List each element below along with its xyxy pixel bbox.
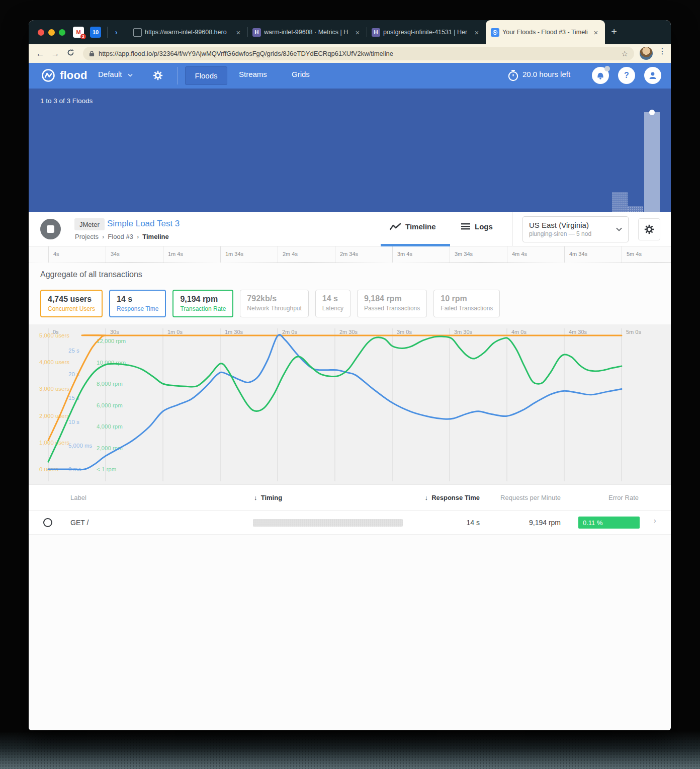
test-title-link[interactable]: Simple Load Test 3 (107, 219, 180, 229)
account-button[interactable] (644, 67, 661, 84)
ruler-tick: 4s (48, 246, 106, 263)
metric-label: Passed Transactions (364, 305, 420, 312)
nav-item-grids[interactable]: Grids (292, 70, 310, 78)
ruler-tick: 2m 34s (335, 246, 392, 263)
reload-button[interactable] (63, 49, 78, 59)
flood-mini-bar[interactable] (644, 112, 660, 212)
nav-item-streams[interactable]: Streams (239, 70, 267, 78)
chart-y-tick-rate: 4,000 rpm (97, 423, 123, 430)
column-response-time[interactable]: ↓ Response Time (424, 494, 480, 501)
browser-tab[interactable]: Hpostgresql-infinite-41531 | Her× (367, 20, 486, 44)
metric-card-passed-transactions[interactable]: 9,184 rpmPassed Transactions (357, 290, 427, 317)
metric-card-network-throughput[interactable]: 792kb/sNetwork Throughput (240, 290, 309, 317)
notifications-button[interactable] (592, 67, 609, 84)
extension-arrow-icon[interactable]: › (111, 27, 122, 38)
column-rpm[interactable]: Requests per Minute (500, 494, 561, 501)
ruler-tick: 34s (106, 246, 163, 263)
hours-left-label: 20.0 hours left (522, 70, 570, 78)
ruler-tick: 3m 34s (450, 246, 507, 263)
gmail-pinned-icon[interactable]: M2 (73, 27, 84, 38)
sort-arrow-icon: ↓ (424, 494, 428, 501)
breadcrumb-separator: › (99, 233, 108, 240)
browser-tab[interactable]: Your Floods - Flood #3 - Timeli× (486, 20, 605, 44)
tool-badge: JMeter (74, 218, 105, 230)
timeline-chart[interactable]: 0s30s1m 0s1m 30s2m 0s2m 30s3m 0s3m 30s4m… (29, 324, 671, 484)
metric-cards: 4,745 usersConcurrent Users14 sResponse … (40, 290, 500, 317)
flood-mini-bar[interactable] (628, 206, 643, 212)
timeline-chart-icon (390, 223, 401, 230)
metric-label: Latency (322, 305, 343, 312)
row-radio-button[interactable] (43, 518, 52, 527)
forward-button[interactable]: → (48, 49, 63, 59)
row-response-time: 14 s (467, 519, 480, 527)
tab-timeline[interactable]: Timeline (390, 222, 436, 231)
notification-dot (604, 66, 610, 71)
browser-window: M2 10 › https://warm-inlet-99608.hero×Hw… (29, 20, 671, 730)
grid-settings-button[interactable] (638, 218, 660, 240)
metric-card-transaction-rate[interactable]: 9,194 rpmTransaction Rate (172, 290, 233, 317)
column-error-rate[interactable]: Error Rate (608, 494, 639, 501)
window-close-button[interactable] (38, 29, 44, 36)
region-name: US East (Virginia) (529, 221, 622, 229)
tab-close-icon[interactable]: × (592, 28, 600, 37)
metric-card-response-time[interactable]: 14 sResponse Time (109, 290, 166, 317)
workspace-settings-gear-icon[interactable] (153, 70, 163, 82)
stopwatch-icon (507, 69, 519, 83)
metric-value: 14 s (117, 295, 158, 304)
column-label[interactable]: Label (70, 494, 86, 501)
heroku-icon: H (252, 28, 261, 37)
browser-menu-icon[interactable]: ⋮ (658, 46, 666, 56)
stop-flood-button[interactable] (40, 219, 61, 239)
bookmark-star-icon[interactable]: ☆ (622, 49, 628, 58)
content-below (29, 535, 671, 730)
flood-logo[interactable]: flood (41, 68, 88, 83)
chart-x-tick-label: 3m 0s (397, 329, 412, 335)
tab-close-icon[interactable]: × (234, 28, 242, 37)
test-header: JMeter Simple Load Test 3 Projects›Flood… (29, 212, 671, 246)
chart-x-tick-label: 2m 30s (339, 329, 358, 335)
breadcrumb-flood[interactable]: Flood #3 (108, 233, 133, 240)
help-button[interactable]: ? (618, 67, 635, 84)
metric-card-failed-transactions[interactable]: 10 rpmFailed Transactions (433, 290, 500, 317)
tab-close-icon[interactable]: × (473, 28, 481, 37)
address-bar[interactable]: https://app.flood.io/p/32364/f/wY9AjwMQV… (83, 47, 634, 60)
tab-close-icon[interactable]: × (354, 28, 362, 37)
transaction-row[interactable]: GET / 14 s 9,194 rpm 0.11 % › (29, 510, 671, 535)
chart-y-tick-response: 25 s (68, 348, 79, 354)
calendar-pinned-icon[interactable]: 10 (90, 27, 101, 38)
metric-value: 9,184 rpm (364, 294, 420, 303)
browser-tab[interactable]: Hwarm-inlet-99608 · Metrics | H× (247, 20, 367, 44)
metric-card-latency[interactable]: 14 sLatency (315, 290, 351, 317)
metric-value: 14 s (322, 294, 343, 303)
ruler-tick: 2m 4s (278, 246, 335, 263)
back-button[interactable]: ← (33, 49, 48, 59)
profile-avatar[interactable] (640, 47, 653, 60)
ruler-tick: 1m 4s (163, 246, 220, 263)
chart-x-tick-label: 1m 0s (167, 329, 183, 335)
url-text[interactable]: https://app.flood.io/p/32364/f/wY9AjwMQV… (99, 50, 622, 57)
tab-logs[interactable]: Logs (461, 222, 493, 231)
flood-mini-bar[interactable] (612, 192, 628, 212)
metric-value: 9,194 rpm (180, 295, 226, 304)
column-timing[interactable]: ↓ Timing (254, 494, 282, 501)
chart-y-tick-response: 5,000 ms (68, 443, 93, 449)
window-minimize-button[interactable] (48, 29, 55, 36)
metric-label: Failed Transactions (441, 305, 493, 312)
flood-marker-dot[interactable] (649, 110, 655, 115)
nav-item-floods[interactable]: Floods (185, 66, 227, 85)
chevron-down-icon (616, 227, 622, 231)
timeline-chart-svg: 0s30s1m 0s1m 30s2m 0s2m 30s3m 0s3m 30s4m… (29, 324, 671, 484)
breadcrumb-projects[interactable]: Projects (75, 233, 99, 240)
workspace-selector[interactable]: Default (98, 70, 133, 78)
browser-tab[interactable]: https://warm-inlet-99608.hero× (128, 20, 247, 44)
desktop-background (0, 731, 700, 769)
new-tab-button[interactable]: + (608, 26, 620, 38)
window-zoom-button[interactable] (59, 29, 65, 36)
row-chevron-icon[interactable]: › (654, 517, 656, 525)
chart-y-tick-users: 2,000 users (39, 413, 69, 419)
metric-card-concurrent-users[interactable]: 4,745 usersConcurrent Users (40, 290, 103, 317)
region-selector[interactable]: US East (Virginia) plunging-siren — 5 no… (522, 216, 629, 242)
timeline-ruler[interactable]: 4s34s1m 4s1m 34s2m 4s2m 34s3m 4s3m 34s4m… (29, 246, 671, 263)
transactions-table-header: Label ↓ Timing ↓ Response Time Requests … (29, 484, 671, 510)
heroku-icon: H (372, 28, 380, 37)
